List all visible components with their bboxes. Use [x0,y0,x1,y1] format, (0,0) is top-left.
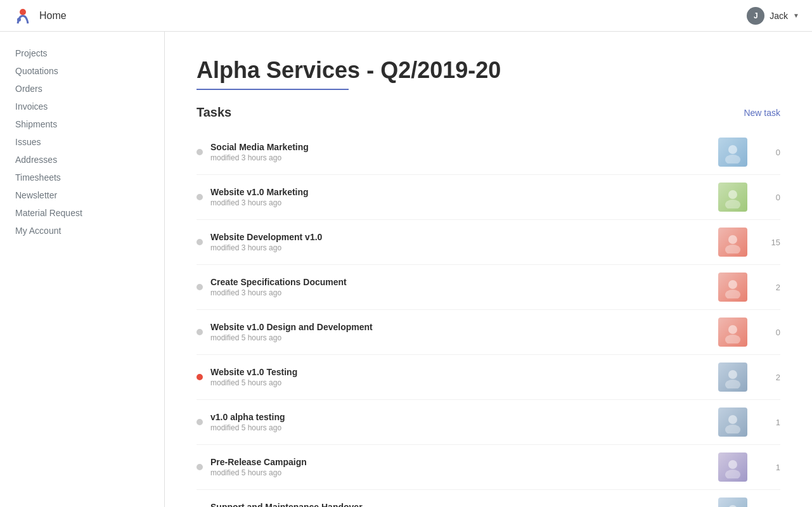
sidebar: Projects Quotations Orders Invoices Ship… [0,32,165,507]
sidebar-item-orders[interactable]: Orders [0,80,164,98]
chevron-down-icon: ▼ [793,12,799,19]
task-count: 0 [755,193,780,202]
svg-point-2 [728,145,737,154]
task-meta: modified 5 hours ago [210,423,708,432]
navbar-left: Home [13,6,67,26]
task-info: Website Development v1.0 modified 3 hour… [210,232,708,252]
task-meta: modified 5 hours ago [210,468,708,477]
app-logo [13,6,33,26]
sidebar-item-quotations[interactable]: Quotations [0,62,164,80]
user-menu[interactable]: J Jack ▼ [747,7,799,25]
task-name: Website v1.0 Marketing [210,187,708,197]
task-name: Website v1.0 Testing [210,367,708,377]
sidebar-item-issues[interactable]: Issues [0,133,164,151]
task-item[interactable]: Website Development v1.0 modified 3 hour… [197,220,780,265]
task-avatar [718,138,747,167]
user-name: Jack [770,11,788,21]
svg-point-6 [728,235,737,244]
task-item[interactable]: Pre-Release Campaign modified 5 hours ag… [197,445,780,490]
svg-point-1 [17,18,21,22]
sidebar-item-invoices[interactable]: Invoices [0,98,164,115]
task-name: Website Development v1.0 [210,232,708,242]
task-info: Support and Maintenance Handover modifie… [210,502,708,507]
svg-point-17 [725,470,740,478]
navbar: Home J Jack ▼ [0,0,812,32]
task-item[interactable]: Create Specifications Document modified … [197,265,780,310]
status-dot [197,329,203,335]
status-dot [197,194,203,200]
svg-point-15 [725,425,740,433]
task-item[interactable]: Social Media Marketing modified 3 hours … [197,130,780,175]
task-avatar [718,318,747,347]
task-item[interactable]: Support and Maintenance Handover modifie… [197,490,780,507]
task-avatar [718,452,747,482]
task-item[interactable]: Website v1.0 Design and Development modi… [197,310,780,355]
task-name: v1.0 alpha testing [210,412,708,422]
task-item[interactable]: Website v1.0 Testing modified 5 hours ag… [197,355,780,400]
task-count: 1 [755,418,780,427]
status-dot [197,284,203,290]
sidebar-item-projects[interactable]: Projects [0,44,164,62]
task-name: Pre-Release Campaign [210,457,708,467]
sidebar-item-addresses[interactable]: Addresses [0,151,164,169]
status-dot [197,149,203,155]
sidebar-item-shipments[interactable]: Shipments [0,115,164,133]
task-meta: modified 5 hours ago [210,378,708,387]
svg-point-11 [725,335,740,343]
task-count: 0 [755,328,780,337]
svg-point-3 [725,155,740,164]
task-info: Create Specifications Document modified … [210,277,708,297]
status-dot [197,419,203,425]
svg-point-10 [728,325,737,334]
user-avatar: J [747,7,764,25]
task-count: 2 [755,283,780,292]
task-avatar [718,497,747,507]
status-dot [197,239,203,245]
task-meta: modified 3 hours ago [210,153,708,162]
status-dot [197,464,203,470]
task-info: Social Media Marketing modified 3 hours … [210,142,708,162]
task-info: Website v1.0 Testing modified 5 hours ag… [210,367,708,387]
task-name: Support and Maintenance Handover [210,502,708,507]
svg-point-8 [728,280,737,289]
task-count: 1 [755,463,780,472]
task-meta: modified 3 hours ago [210,288,708,297]
svg-point-4 [728,190,737,199]
svg-point-14 [728,415,737,424]
task-avatar [718,273,747,302]
navbar-title: Home [39,10,67,22]
task-count: 0 [755,148,780,157]
sidebar-item-material-request[interactable]: Material Request [0,204,164,222]
task-item[interactable]: v1.0 alpha testing modified 5 hours ago … [197,400,780,445]
task-meta: modified 3 hours ago [210,243,708,252]
status-dot [197,374,203,380]
task-name: Create Specifications Document [210,277,708,287]
task-count: 2 [755,373,780,382]
svg-point-0 [20,9,26,15]
task-info: Website v1.0 Design and Development modi… [210,322,708,342]
sidebar-item-my-account[interactable]: My Account [0,222,164,240]
main-content: Alpha Services - Q2/2019-20 Tasks New ta… [165,32,812,507]
page-layout: Projects Quotations Orders Invoices Ship… [0,32,812,507]
new-task-button[interactable]: New task [744,108,780,118]
task-avatar [718,183,747,212]
svg-point-13 [725,380,740,388]
section-header: Tasks New task [197,105,780,120]
task-item[interactable]: Website v1.0 Marketing modified 3 hours … [197,175,780,220]
task-meta: modified 3 hours ago [210,198,708,207]
svg-point-5 [725,200,740,209]
section-title: Tasks [197,105,231,120]
task-avatar [718,363,747,392]
sidebar-item-timesheets[interactable]: Timesheets [0,169,164,186]
task-info: Pre-Release Campaign modified 5 hours ag… [210,457,708,477]
page-title: Alpha Services - Q2/2019-20 [197,57,780,84]
task-info: v1.0 alpha testing modified 5 hours ago [210,412,708,432]
task-count: 15 [755,238,780,247]
task-name: Social Media Marketing [210,142,708,152]
task-name: Website v1.0 Design and Development [210,322,708,332]
task-avatar [718,228,747,257]
sidebar-item-newsletter[interactable]: Newsletter [0,186,164,204]
task-list: Social Media Marketing modified 3 hours … [197,130,780,507]
task-info: Website v1.0 Marketing modified 3 hours … [210,187,708,207]
task-avatar [718,408,747,437]
